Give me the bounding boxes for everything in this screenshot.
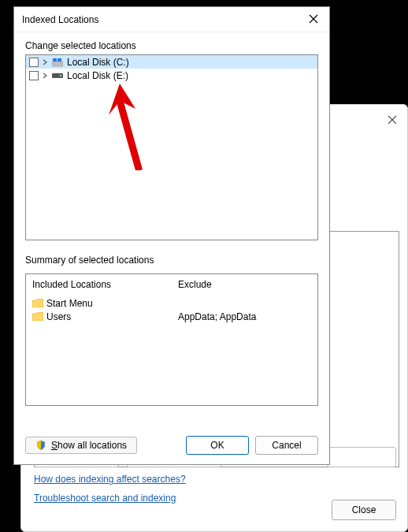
included-item-label: Start Menu [46, 298, 93, 309]
summary-label: Summary of selected locations [25, 255, 318, 266]
show-all-label: Show all locations [51, 440, 127, 451]
included-item-label: Users [46, 311, 71, 322]
list-item[interactable]: Users [32, 310, 165, 323]
ok-button[interactable]: OK [186, 436, 249, 455]
link-troubleshoot[interactable]: Troubleshoot search and indexing [34, 493, 186, 504]
shield-icon [35, 440, 46, 451]
link-indexing-searches[interactable]: How does indexing affect searches? [34, 474, 186, 485]
indexed-locations-dialog: Indexed Locations Change selected locati… [13, 6, 330, 465]
summary-box: Included Locations Start Menu Users Excl… [25, 273, 318, 406]
drive-icon [51, 71, 64, 80]
svg-rect-1 [53, 58, 57, 61]
chevron-right-icon[interactable] [42, 73, 48, 79]
parent-close-label: Close [352, 504, 376, 515]
folder-icon [32, 312, 43, 321]
tree-row[interactable]: Local Disk (C:) [26, 55, 317, 69]
included-header: Included Locations [32, 279, 165, 290]
cancel-label: Cancel [272, 440, 301, 451]
locations-tree[interactable]: Local Disk (C:) Local Disk (E:) [25, 54, 318, 240]
list-item[interactable]: AppData; AppData [178, 310, 311, 323]
parent-button-3[interactable] [327, 447, 396, 467]
exclude-item-label: AppData; AppData [178, 311, 256, 322]
folder-icon [32, 299, 43, 307]
checkbox[interactable] [29, 58, 39, 67]
tree-item-label: Local Disk (C:) [67, 57, 129, 68]
parent-close-icon[interactable] [387, 114, 398, 125]
exclude-header: Exclude [178, 279, 311, 290]
windows-drive-icon [51, 58, 64, 67]
close-icon[interactable] [304, 13, 323, 26]
chevron-right-icon[interactable] [42, 59, 48, 65]
show-all-locations-button[interactable]: Show all locations [25, 437, 137, 454]
dialog-button-row: Show all locations OK Cancel [14, 428, 329, 464]
tree-item-label: Local Disk (E:) [67, 70, 128, 81]
tree-row[interactable]: Local Disk (E:) [26, 69, 317, 82]
exclude-column: Exclude AppData; AppData [172, 274, 317, 405]
ok-label: OK [210, 440, 224, 451]
change-locations-label: Change selected locations [25, 40, 318, 51]
parent-close-button[interactable]: Close [332, 500, 396, 520]
list-item[interactable]: Start Menu [32, 296, 165, 310]
included-column: Included Locations Start Menu Users [26, 274, 172, 405]
dialog-title: Indexed Locations [20, 14, 304, 25]
svg-rect-4 [60, 75, 61, 76]
svg-rect-0 [52, 61, 63, 66]
titlebar: Indexed Locations [14, 7, 329, 32]
cancel-button[interactable]: Cancel [255, 436, 318, 455]
svg-rect-2 [57, 58, 61, 61]
checkbox[interactable] [29, 71, 39, 80]
